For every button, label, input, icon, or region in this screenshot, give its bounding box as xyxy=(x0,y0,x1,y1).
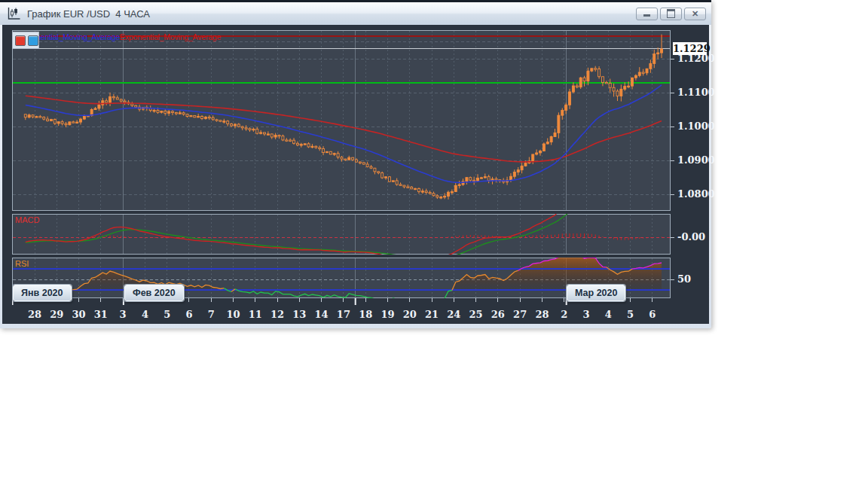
time-axis-label: 10 xyxy=(226,309,240,320)
time-axis-label: 25 xyxy=(469,309,483,320)
time-axis-label: 17 xyxy=(337,309,350,320)
close-button[interactable]: ✕ xyxy=(684,8,706,20)
month-badge-jan: Янв 2020 xyxy=(13,285,72,301)
panel-frame xyxy=(13,31,671,211)
close-icon: ✕ xyxy=(692,10,698,18)
time-axis-label: 3 xyxy=(582,309,589,320)
candlestick-chart-icon xyxy=(6,6,21,21)
titlebar[interactable]: График EUR /USD 4 ЧАСА ✕ xyxy=(0,2,711,25)
time-axis-label: 21 xyxy=(425,309,439,320)
blue-indicator-button[interactable] xyxy=(28,35,38,46)
main-price-chart[interactable] xyxy=(12,30,671,211)
red-indicator-button[interactable] xyxy=(15,35,26,46)
time-axis-label: 29 xyxy=(50,309,63,320)
maximize-button[interactable] xyxy=(660,8,682,20)
minimize-icon xyxy=(643,14,650,17)
time-axis: 2829303134567101112131417181920212425262… xyxy=(12,298,672,324)
time-axis-label: 4 xyxy=(605,309,612,320)
time-axis-label: 12 xyxy=(270,309,284,320)
time-axis-label: 2 xyxy=(561,309,567,320)
time-axis-label: 11 xyxy=(249,309,262,320)
chart-window: График EUR /USD 4 ЧАСА ✕ 282930313456710… xyxy=(0,0,711,328)
rsi-axis-label: 50 xyxy=(671,273,691,285)
time-axis-label: 14 xyxy=(315,309,329,320)
price-axis-label: 1.0900 xyxy=(671,154,715,166)
price-axis-label: 1.1100 xyxy=(671,87,715,98)
minimize-button[interactable] xyxy=(636,8,658,20)
indicator-buttons-box xyxy=(12,32,39,49)
macd-axis-label: -0.00 xyxy=(671,231,705,242)
time-axis-label: 19 xyxy=(381,309,394,320)
time-axis-label: 4 xyxy=(142,309,148,320)
time-axis-label: 5 xyxy=(627,309,634,320)
rsi-label: RSI xyxy=(15,259,29,268)
month-badge-feb: Фев 2020 xyxy=(124,285,184,301)
time-axis-label: 3 xyxy=(120,309,127,320)
month-badge-mar: Мар 2020 xyxy=(567,285,625,301)
time-axis-label: 18 xyxy=(359,309,372,320)
time-axis-label: 28 xyxy=(28,309,41,320)
price-axis-label: 1.1000 xyxy=(671,120,715,132)
time-axis-label: 6 xyxy=(185,309,192,320)
chart-area: 2829303134567101112131417181920212425262… xyxy=(2,25,709,324)
time-axis-label: 20 xyxy=(403,309,417,320)
time-axis-label: 5 xyxy=(164,309,170,320)
window-title: График EUR /USD 4 ЧАСА xyxy=(27,8,636,20)
time-axis-label: 27 xyxy=(513,309,527,320)
macd-label: MACD xyxy=(15,215,39,224)
current-price-box: 1.1229 xyxy=(673,42,707,55)
ema-slow-label: Exponential_Moving_Average xyxy=(120,32,221,41)
maximize-icon xyxy=(667,9,675,18)
time-axis-label: 7 xyxy=(208,309,215,320)
window-frame-bottom xyxy=(0,324,711,328)
window-controls: ✕ xyxy=(636,8,706,20)
price-axis-label: 1.0800 xyxy=(671,188,715,200)
price-axis: 1.12001.11001.10001.09001.0800-0.00501.1… xyxy=(671,25,709,324)
time-axis-label: 24 xyxy=(447,309,460,320)
time-axis-label: 6 xyxy=(649,309,656,320)
time-axis-label: 13 xyxy=(292,309,306,320)
macd-panel[interactable] xyxy=(12,214,671,255)
time-axis-label: 30 xyxy=(72,309,86,320)
time-axis-label: 31 xyxy=(94,309,108,320)
time-axis-label: 26 xyxy=(491,309,505,320)
time-axis-label: 28 xyxy=(535,309,549,320)
